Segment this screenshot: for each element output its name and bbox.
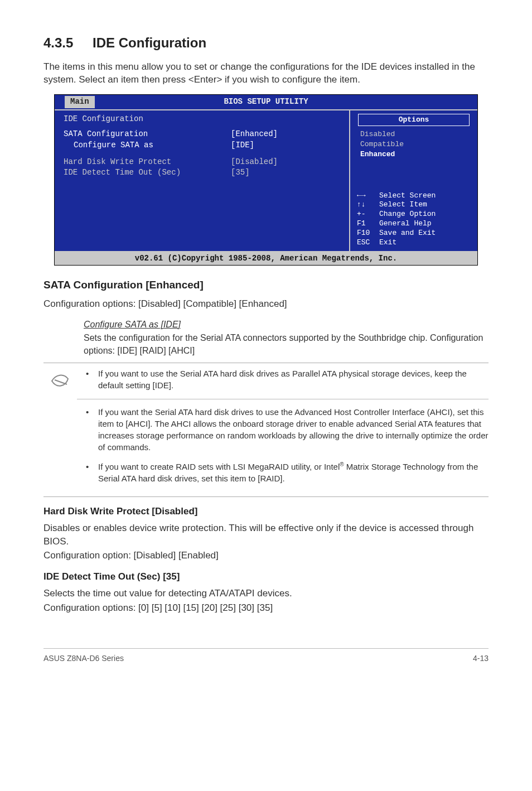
bios-help-legend: ←→Select Screen ↑↓Select Item +-Change O… [355, 191, 473, 248]
configure-sata-block: Configure SATA as [IDE] Sets the configu… [84, 319, 489, 357]
bios-help-key: ↑↓ [357, 200, 379, 210]
bios-row-label: Configure SATA as [64, 140, 231, 151]
bios-help-desc: Select Item [379, 200, 427, 209]
bios-help-desc: Change Option [379, 210, 436, 218]
note-box: If you want to use the Serial ATA hard d… [43, 363, 489, 497]
bios-left-title: IDE Configuration [64, 114, 340, 125]
bios-help-key: +- [357, 210, 379, 219]
bios-help-desc: Exit [379, 238, 396, 247]
note-item: If you want to create RAID sets with LSI… [86, 461, 489, 484]
bios-row-value: [Enhanced] [231, 129, 278, 140]
bios-row-label: IDE Detect Time Out (Sec) [64, 167, 231, 179]
ide-timeout-options: Configuration options: [0] [5] [10] [15]… [43, 601, 489, 615]
bios-tab-main: Main [65, 96, 95, 108]
bios-options-header: Options [358, 114, 470, 126]
bios-title: BIOS SETUP UTILITY [224, 97, 308, 106]
section-title: IDE Configuration [93, 35, 206, 50]
hdwp-body: Disables or enables device write protect… [43, 522, 489, 548]
bios-help-desc: General Help [379, 219, 432, 228]
bios-row-value: [IDE] [231, 140, 254, 151]
bios-row-value: [Disabled] [231, 157, 278, 168]
bios-row-label: Hard Disk Write Protect [64, 157, 231, 168]
bios-row-value: [35] [231, 167, 250, 179]
bios-help-desc: Save and Exit [379, 229, 436, 237]
bios-right-panel: Options Disabled Compatible Enhanced ←→S… [349, 110, 477, 251]
bios-option: Disabled [355, 129, 473, 139]
bios-help-key: ←→ [357, 191, 379, 201]
footer-left: ASUS Z8NA-D6 Series [43, 653, 124, 664]
page-footer: ASUS Z8NA-D6 Series 4-13 [43, 648, 489, 664]
bios-help-key: ESC [357, 238, 379, 248]
note-item-text-a: If you want to create RAID sets with LSI… [98, 462, 340, 471]
note-icon [43, 368, 77, 492]
bios-help-key: F1 [357, 219, 379, 229]
configure-sata-title: Configure SATA as [IDE] [84, 319, 489, 331]
bios-left-panel: IDE Configuration SATA Configuration [En… [55, 110, 349, 251]
bios-row-label: SATA Configuration [64, 129, 231, 140]
ide-timeout-body: Selects the time out value for detecting… [43, 587, 489, 600]
bios-help-key: F10 [357, 229, 379, 238]
bios-option-selected: Enhanced [355, 149, 473, 160]
bios-option: Compatible [355, 139, 473, 149]
configure-sata-body: Sets the configuration for the Serial AT… [84, 333, 483, 355]
note-list: If you want to use the Serial ATA hard d… [77, 368, 489, 492]
ide-timeout-heading: IDE Detect Time Out (Sec) [35] [43, 570, 489, 583]
bios-footer: v02.61 (C)Copyright 1985-2008, American … [55, 251, 477, 266]
note-item: If you want the Serial ATA hard disk dri… [86, 406, 489, 453]
hdwp-heading: Hard Disk Write Protect [Disabled] [43, 505, 489, 518]
sata-config-heading: SATA Configuration [Enhanced] [43, 278, 489, 293]
footer-right: 4-13 [473, 653, 489, 664]
hdwp-options: Configuration option: [Disabled] [Enable… [43, 549, 489, 562]
note-item: If you want to use the Serial ATA hard d… [86, 368, 489, 391]
bios-help-desc: Select Screen [379, 191, 436, 200]
bios-titlebar: Main BIOS SETUP UTILITY [55, 95, 477, 109]
registered-mark: ® [340, 461, 344, 467]
sata-config-options: Configuration options: [Disabled] [Compa… [43, 297, 489, 311]
bios-screenshot: Main BIOS SETUP UTILITY IDE Configuratio… [54, 94, 478, 266]
section-number: 4.3.5 [43, 33, 73, 52]
section-heading: 4.3.5 IDE Configuration [43, 33, 489, 52]
intro-paragraph: The items in this menu allow you to set … [43, 60, 489, 87]
